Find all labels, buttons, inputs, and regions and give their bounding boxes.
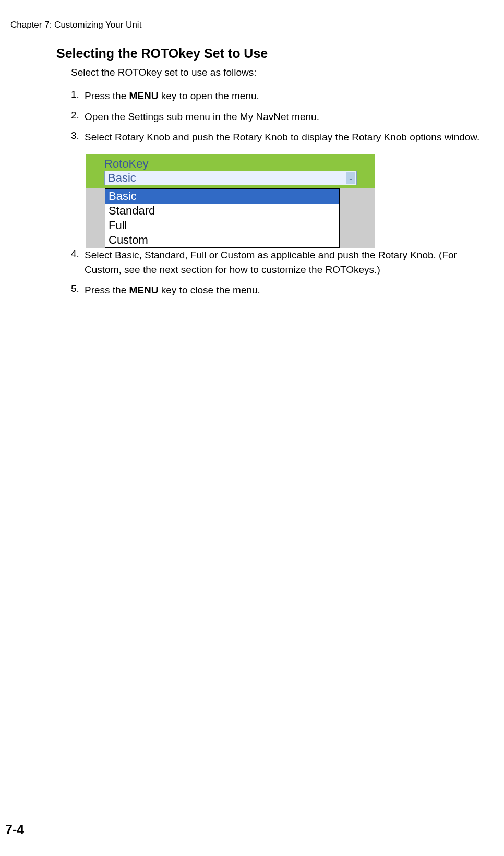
page-number-text: 7-4 <box>5 822 24 837</box>
step-5-pre: Press the <box>85 284 129 295</box>
figure-dropdown-area: Basic Standard Full Custom <box>86 188 375 248</box>
rotokey-dropdown: Basic Standard Full Custom <box>105 188 340 248</box>
dropdown-option-custom[interactable]: Custom <box>105 233 339 247</box>
chapter-header-text: Chapter 7: Customizing Your Unit <box>10 20 141 30</box>
select-value: Basic <box>108 171 136 185</box>
step-text: Select Basic, Standard, Full or Custom a… <box>85 248 494 277</box>
section-title: Selecting the ROTOkey Set to Use <box>56 46 268 61</box>
dropdown-option-basic[interactable]: Basic <box>105 189 339 204</box>
step-number: 5. <box>71 283 82 298</box>
rotokey-figure: RotoKey Basic ⌄ Basic Standard Full Cust… <box>86 154 375 248</box>
step-1-pre: Press the <box>85 90 129 101</box>
figure-gray-spacer-right <box>340 188 375 248</box>
rotokey-select[interactable]: Basic ⌄ <box>104 171 357 185</box>
step-4: 4. Select Basic, Standard, Full or Custo… <box>71 248 494 277</box>
intro-text-content: Select the ROTOkey set to use as follows… <box>71 67 257 78</box>
step-number: 3. <box>71 130 82 145</box>
step-3: 3. Select Rotary Knob and push the Rotar… <box>71 130 494 145</box>
step-5-bold: MENU <box>129 284 159 295</box>
figure-gray-spacer-left <box>86 188 105 248</box>
chapter-header: Chapter 7: Customizing Your Unit <box>10 20 141 30</box>
step-number: 1. <box>71 89 82 103</box>
figure-header-row: RotoKey <box>86 154 375 171</box>
dropdown-option-standard[interactable]: Standard <box>105 204 339 218</box>
dropdown-option-full[interactable]: Full <box>105 218 339 233</box>
step-list-top: 1. Press the MENU key to open the menu. … <box>71 89 494 151</box>
step-text: Select Rotary Knob and push the Rotary K… <box>85 130 494 145</box>
section-title-text: Selecting the ROTOkey Set to Use <box>56 46 268 61</box>
option-label: Standard <box>109 204 155 217</box>
step-list-bottom: 4. Select Basic, Standard, Full or Custo… <box>71 248 494 304</box>
step-5-post: key to close the menu. <box>159 284 260 295</box>
step-text: Open the Settings sub menu in the My Nav… <box>85 110 494 124</box>
option-label: Custom <box>109 233 148 246</box>
step-number: 4. <box>71 248 82 277</box>
chevron-down-icon[interactable]: ⌄ <box>346 172 355 184</box>
page-number: 7-4 <box>5 822 24 837</box>
step-1: 1. Press the MENU key to open the menu. <box>71 89 494 103</box>
rotokey-label: RotoKey <box>104 157 148 170</box>
step-2: 2. Open the Settings sub menu in the My … <box>71 110 494 124</box>
step-5: 5. Press the MENU key to close the menu. <box>71 283 494 298</box>
step-text: Press the MENU key to open the menu. <box>85 89 494 103</box>
option-label: Full <box>109 219 127 232</box>
step-1-bold: MENU <box>129 90 159 101</box>
step-text: Press the MENU key to close the menu. <box>85 283 494 298</box>
intro-text: Select the ROTOkey set to use as follows… <box>71 67 257 78</box>
option-label: Basic <box>109 189 137 203</box>
step-1-post: key to open the menu. <box>159 90 259 101</box>
figure-select-row: Basic ⌄ <box>86 171 375 188</box>
step-number: 2. <box>71 110 82 124</box>
